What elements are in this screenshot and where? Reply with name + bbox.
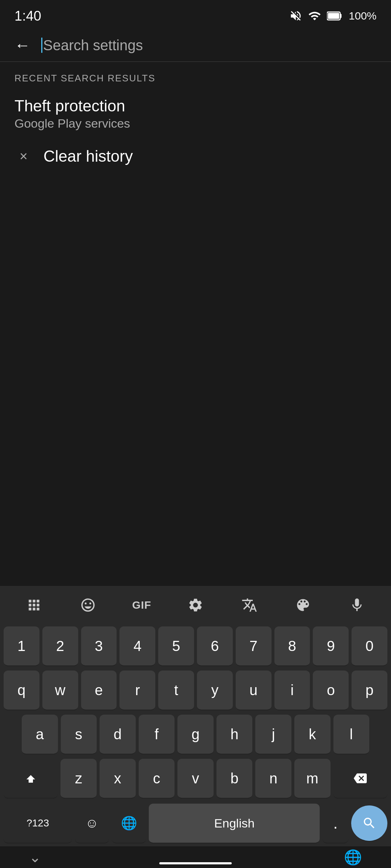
translate-toolbar-button[interactable] (233, 592, 266, 618)
nav-globe-icon[interactable]: 🌐 (344, 849, 362, 866)
key-f[interactable]: f (139, 715, 175, 754)
key-i[interactable]: i (274, 671, 310, 710)
mic-toolbar-button[interactable] (341, 592, 373, 618)
key-3[interactable]: 3 (81, 626, 117, 666)
status-time: 1:40 (14, 8, 41, 24)
key-x[interactable]: x (100, 759, 136, 799)
globe-key[interactable]: 🌐 (112, 804, 146, 843)
key-b[interactable]: b (216, 759, 253, 799)
key-v[interactable]: v (177, 759, 214, 799)
key-g[interactable]: g (177, 715, 214, 754)
gif-toolbar-button[interactable]: GIF (125, 592, 158, 618)
symbols-key[interactable]: ?123 (4, 804, 72, 843)
result-title: Theft protection (14, 97, 377, 115)
settings-toolbar-button[interactable] (179, 592, 212, 618)
emoji-key[interactable]: ☺ (75, 804, 109, 843)
key-1[interactable]: 1 (4, 626, 39, 666)
result-subtitle: Google Play services (14, 116, 377, 131)
key-o[interactable]: o (313, 671, 349, 710)
key-2[interactable]: 2 (42, 626, 78, 666)
key-s[interactable]: s (61, 715, 97, 754)
key-r[interactable]: r (119, 671, 155, 710)
asdf-row: a s d f g h j k l (0, 712, 391, 757)
key-e[interactable]: e (81, 671, 117, 710)
key-p[interactable]: p (352, 671, 387, 710)
svg-rect-1 (340, 14, 342, 18)
key-w[interactable]: w (42, 671, 78, 710)
key-q[interactable]: q (4, 671, 39, 710)
search-action-key[interactable] (351, 805, 387, 842)
key-9[interactable]: 9 (313, 626, 349, 666)
close-icon: × (14, 149, 33, 164)
home-indicator[interactable] (159, 862, 232, 864)
search-input[interactable]: Search settings (41, 37, 377, 54)
zxcv-row: z x c v b n m (0, 757, 391, 801)
number-row: 1 2 3 4 5 6 7 8 9 0 (0, 624, 391, 668)
key-5[interactable]: 5 (158, 626, 194, 666)
key-m[interactable]: m (294, 759, 331, 799)
keyboard-hide-button[interactable]: ⌄ (29, 849, 41, 865)
emoji-toolbar-button[interactable] (72, 592, 104, 618)
apps-toolbar-button[interactable] (18, 592, 50, 618)
key-8[interactable]: 8 (274, 626, 310, 666)
key-0[interactable]: 0 (352, 626, 387, 666)
status-icons: 100% (289, 9, 377, 22)
search-result-theft-protection[interactable]: Theft protection Google Play services (0, 88, 391, 140)
key-6[interactable]: 6 (197, 626, 233, 666)
key-k[interactable]: k (294, 715, 331, 754)
key-l[interactable]: l (333, 715, 370, 754)
period-key[interactable]: . (323, 804, 348, 843)
shift-key[interactable] (4, 759, 58, 799)
qwerty-row: q w e r t y u i o p (0, 668, 391, 712)
key-z[interactable]: z (60, 759, 97, 799)
back-button[interactable]: ← (14, 36, 30, 54)
key-4[interactable]: 4 (119, 626, 155, 666)
status-bar: 1:40 100% (0, 0, 391, 29)
key-7[interactable]: 7 (236, 626, 272, 666)
battery-percentage: 100% (349, 10, 377, 22)
search-bar: ← Search settings (0, 29, 391, 62)
battery-icon (327, 9, 343, 22)
key-c[interactable]: c (139, 759, 175, 799)
key-n[interactable]: n (255, 759, 291, 799)
backspace-key[interactable] (333, 759, 387, 799)
key-y[interactable]: y (197, 671, 233, 710)
gif-label: GIF (132, 599, 151, 611)
space-key[interactable]: English (149, 804, 320, 843)
wifi-icon (308, 9, 321, 22)
key-a[interactable]: a (22, 715, 58, 754)
key-j[interactable]: j (255, 715, 291, 754)
recent-results-label: RECENT SEARCH RESULTS (0, 62, 391, 88)
svg-rect-2 (328, 13, 339, 19)
mute-icon (289, 9, 302, 22)
nav-bar: ⌄ 🌐 (0, 846, 391, 868)
keyboard-toolbar: GIF (0, 586, 391, 624)
keyboard: GIF 1 2 3 4 5 6 7 8 (0, 586, 391, 846)
key-h[interactable]: h (216, 715, 253, 754)
key-d[interactable]: d (100, 715, 136, 754)
text-cursor (41, 38, 42, 53)
search-placeholder: Search settings (43, 37, 143, 54)
clear-history-row[interactable]: × Clear history (0, 140, 391, 173)
key-t[interactable]: t (158, 671, 194, 710)
clear-history-label: Clear history (43, 147, 133, 165)
bottom-row: ?123 ☺ 🌐 English . (0, 801, 391, 846)
theme-toolbar-button[interactable] (287, 592, 319, 618)
key-u[interactable]: u (236, 671, 272, 710)
